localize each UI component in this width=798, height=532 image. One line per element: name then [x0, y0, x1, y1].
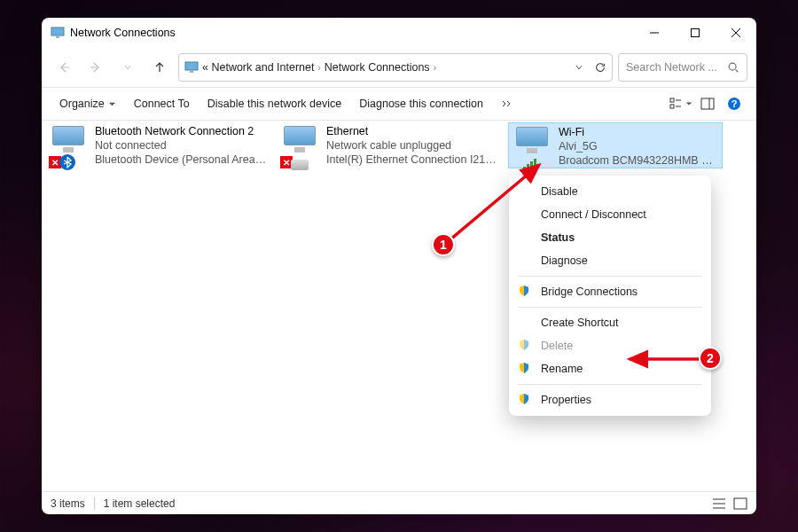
- search-input[interactable]: Search Network ...: [618, 53, 747, 82]
- svg-rect-17: [523, 167, 526, 170]
- ctx-diagnose[interactable]: Diagnose: [509, 249, 711, 272]
- ethernet-icon: [291, 160, 309, 170]
- status-bar: 3 items 1 item selected: [42, 491, 756, 514]
- separator: [518, 307, 702, 308]
- context-menu: Disable Connect / Disconnect Status Diag…: [509, 176, 711, 416]
- large-icons-view-icon[interactable]: [733, 497, 747, 510]
- svg-rect-10: [670, 105, 674, 108]
- adapter-icon: ✕: [51, 124, 95, 167]
- titlebar: Network Connections: [42, 18, 756, 48]
- back-button[interactable]: [51, 54, 77, 81]
- chevron-right-icon: ›: [434, 63, 436, 73]
- address-bar[interactable]: « Network and Internet › Network Connect…: [178, 53, 613, 82]
- window-title: Network Connections: [70, 27, 176, 39]
- nav-row: « Network and Internet › Network Connect…: [42, 48, 756, 87]
- svg-rect-0: [51, 27, 64, 35]
- separator: [518, 384, 702, 385]
- adapter-bluetooth[interactable]: ✕ Bluetooth Network Connection 2 Not con…: [45, 122, 272, 168]
- svg-rect-20: [534, 159, 536, 170]
- ctx-rename[interactable]: Rename: [509, 357, 711, 380]
- search-icon: [727, 61, 739, 74]
- ctx-bridge[interactable]: Bridge Connections: [509, 280, 711, 303]
- app-icon: [51, 26, 65, 40]
- more-commands-button[interactable]: [492, 96, 520, 112]
- separator: [518, 276, 702, 277]
- bluetooth-icon: [59, 154, 75, 170]
- breadcrumb-parent[interactable]: « Network and Internet: [202, 61, 314, 74]
- toolbar: Organize Connect To Disable this network…: [42, 87, 756, 121]
- control-panel-icon: [184, 60, 199, 74]
- diagnose-button[interactable]: Diagnose this connection: [350, 94, 492, 113]
- chevron-right-icon: ›: [317, 63, 320, 73]
- details-view-icon[interactable]: [712, 497, 726, 510]
- preview-pane-button[interactable]: [694, 91, 721, 116]
- breadcrumb-current[interactable]: Network Connections: [325, 61, 430, 74]
- adapter-icon: [514, 125, 559, 168]
- adapter-ethernet[interactable]: ✕ Ethernet Network cable unplugged Intel…: [277, 122, 504, 168]
- recent-dropdown[interactable]: [114, 54, 141, 81]
- adapter-device: Intel(R) Ethernet Connection I217-V: [326, 153, 498, 167]
- svg-rect-13: [701, 98, 714, 109]
- disable-device-button[interactable]: Disable this network device: [199, 94, 350, 113]
- forward-button[interactable]: [82, 54, 109, 81]
- svg-rect-9: [670, 98, 674, 102]
- annotation-step-2: 2: [699, 347, 722, 370]
- ctx-status[interactable]: Status: [509, 226, 711, 249]
- adapter-status: Network cable unplugged: [326, 138, 498, 153]
- ctx-properties[interactable]: Properties: [509, 388, 711, 411]
- refresh-icon[interactable]: [594, 61, 606, 74]
- connect-to-button[interactable]: Connect To: [125, 94, 199, 113]
- selected-count: 1 item selected: [104, 497, 176, 510]
- adapter-status: Not connected: [95, 138, 267, 153]
- annotation-step-1: 1: [432, 233, 455, 256]
- adapter-name: Ethernet: [326, 124, 498, 138]
- ctx-disable[interactable]: Disable: [509, 180, 711, 203]
- adapter-wifi[interactable]: Wi-Fi Alvi_5G Broadcom BCM943228HMB 802.…: [508, 122, 723, 168]
- adapter-name: Wi-Fi: [559, 125, 716, 139]
- svg-rect-3: [692, 29, 700, 37]
- svg-rect-19: [530, 161, 533, 170]
- ctx-delete: Delete: [509, 334, 711, 357]
- chevron-down-icon[interactable]: [575, 63, 583, 72]
- adapter-status: Alvi_5G: [559, 139, 716, 153]
- organize-button[interactable]: Organize: [51, 94, 125, 113]
- svg-rect-18: [527, 164, 529, 170]
- adapter-name: Bluetooth Network Connection 2: [95, 124, 267, 138]
- maximize-button[interactable]: [675, 18, 716, 48]
- item-count: 3 items: [51, 497, 85, 510]
- svg-text:?: ?: [732, 98, 738, 109]
- close-button[interactable]: [716, 18, 756, 48]
- svg-point-8: [729, 63, 736, 70]
- help-button[interactable]: ?: [721, 91, 747, 116]
- svg-rect-24: [734, 498, 747, 509]
- svg-rect-7: [190, 71, 193, 73]
- ctx-connect-disconnect[interactable]: Connect / Disconnect: [509, 203, 711, 226]
- search-placeholder: Search Network ...: [626, 61, 717, 74]
- adapter-icon: ✕: [282, 124, 326, 167]
- minimize-button[interactable]: [634, 18, 675, 48]
- adapter-device: Bluetooth Device (Personal Area ...: [95, 153, 267, 167]
- wifi-signal-icon: [523, 157, 541, 171]
- svg-rect-1: [56, 36, 59, 38]
- svg-rect-6: [185, 62, 198, 70]
- adapter-device: Broadcom BCM943228HMB 802.1...: [559, 153, 716, 168]
- ctx-create-shortcut[interactable]: Create Shortcut: [509, 311, 711, 334]
- view-options-button[interactable]: [668, 91, 694, 116]
- up-button[interactable]: [146, 54, 173, 81]
